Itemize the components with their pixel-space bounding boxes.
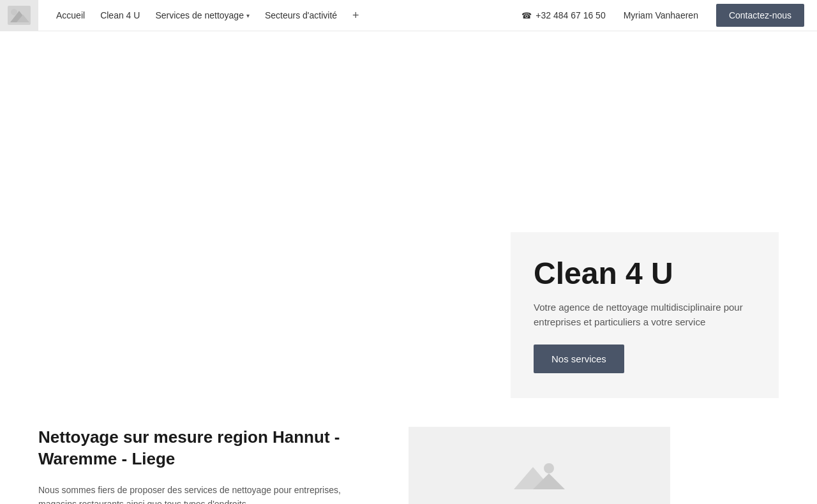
hero-title: Clean 4 U	[534, 257, 756, 291]
svg-point-4	[544, 463, 554, 473]
phone-number: +32 484 67 16 50	[536, 10, 605, 20]
placeholder-icon	[514, 461, 565, 489]
hero-left-area	[0, 31, 466, 401]
hero-subtitle: Votre agence de nettoyage multidisciplin…	[534, 300, 756, 329]
nav-links: Accueil Clean 4 U Services de nettoyage …	[56, 9, 359, 22]
nav-clean4u[interactable]: Clean 4 U	[100, 10, 140, 20]
hero-section: Clean 4 U Votre agence de nettoyage mult…	[0, 31, 817, 401]
svg-point-3	[11, 9, 17, 15]
navbar: Accueil Clean 4 U Services de nettoyage …	[0, 0, 817, 31]
nav-secteurs[interactable]: Secteurs d'activité	[265, 10, 337, 20]
lower-section: Nettoyage sur mesure region Hannut - War…	[0, 401, 817, 504]
nav-services[interactable]: Services de nettoyage	[155, 10, 250, 20]
lower-title: Nettoyage sur mesure region Hannut - War…	[38, 427, 357, 470]
hero-card: Clean 4 U Votre agence de nettoyage mult…	[511, 232, 779, 398]
lower-text: Nous sommes fiers de proposer des servic…	[38, 483, 357, 504]
logo[interactable]	[0, 0, 38, 31]
nav-plus-icon[interactable]: +	[352, 9, 359, 22]
contact-button[interactable]: Contactez-nous	[716, 4, 804, 27]
nav-phone: ☎ +32 484 67 16 50	[521, 10, 605, 20]
phone-icon: ☎	[521, 11, 532, 20]
nav-user[interactable]: Myriam Vanhaeren	[624, 10, 698, 20]
lower-left: Nettoyage sur mesure region Hannut - War…	[38, 427, 357, 504]
hero-cta-button[interactable]: Nos services	[534, 345, 624, 373]
nav-accueil[interactable]: Accueil	[56, 10, 85, 20]
lower-image-placeholder	[408, 427, 670, 504]
